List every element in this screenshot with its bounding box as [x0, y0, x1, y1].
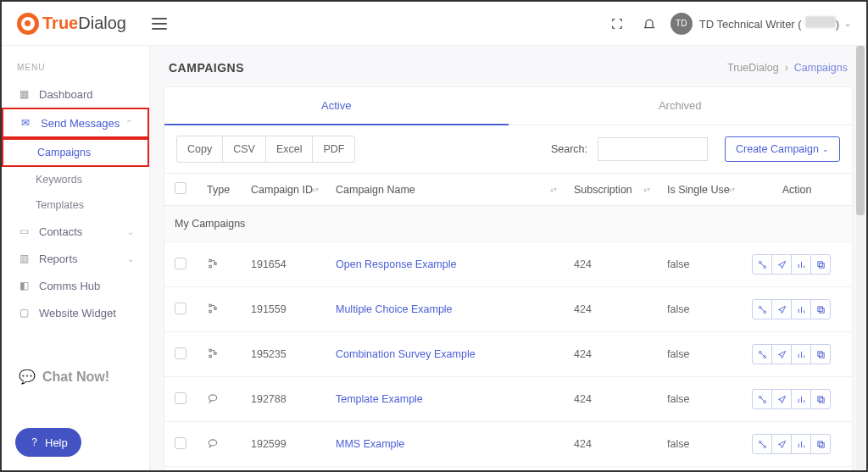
edit-action-icon[interactable]	[752, 389, 772, 409]
sidebar-item-keywords[interactable]: Keywords	[2, 167, 149, 192]
tab-archived[interactable]: Archived	[509, 87, 853, 125]
help-button[interactable]: ？Help	[15, 428, 81, 457]
sidebar-item-label: Contacts	[39, 225, 82, 238]
table-row: 192788Template Example424false	[164, 377, 852, 422]
sidebar-item-label: Comms Hub	[39, 280, 100, 292]
sort-icon: ▴▾	[728, 187, 735, 192]
sidebar-item-label: Templates	[36, 199, 84, 211]
subscription-value: 424	[564, 242, 657, 287]
row-checkbox[interactable]	[175, 392, 186, 404]
column-subscription[interactable]: Subscription▴▾	[564, 174, 657, 206]
row-checkbox[interactable]	[175, 347, 186, 359]
sidebar-item-label: Website Widget	[39, 307, 116, 319]
edit-action-icon[interactable]	[752, 299, 772, 319]
sidebar-item-dashboard[interactable]: ▦ Dashboard	[2, 81, 149, 108]
sidebar-item-templates[interactable]: Templates	[2, 192, 149, 218]
chat-now-button[interactable]: 💬 Chat Now!	[2, 360, 149, 393]
stats-action-icon[interactable]	[791, 344, 811, 364]
sidebar-item-campaigns[interactable]: Campaigns	[2, 138, 149, 167]
copy-action-icon[interactable]	[810, 389, 831, 409]
edit-action-icon[interactable]	[752, 434, 772, 454]
chevron-down-icon: ⌄	[127, 227, 134, 236]
sidebar-item-contacts[interactable]: ▭ Contacts ⌄	[2, 218, 149, 245]
campaign-type-icon	[207, 258, 219, 272]
column-single-use[interactable]: Is Single Use▴▾	[657, 174, 742, 206]
sidebar-item-website-widget[interactable]: ▢ Website Widget	[2, 299, 149, 326]
sort-icon: ▴▾	[312, 187, 319, 192]
copy-action-icon[interactable]	[810, 254, 831, 275]
table-row: 191559Multiple Choice Example424false	[164, 287, 852, 332]
row-checkbox[interactable]	[175, 258, 186, 269]
export-csv-button[interactable]: CSV	[222, 136, 266, 163]
sidebar-item-label: Keywords	[36, 174, 82, 186]
user-menu-caret-icon[interactable]: ⌄	[844, 19, 851, 28]
export-copy-button[interactable]: Copy	[176, 136, 223, 163]
single-use-value: false	[657, 422, 742, 467]
contacts-icon: ▭	[17, 225, 31, 238]
column-action: Action	[742, 174, 852, 206]
campaign-name-link[interactable]: MMS Example	[336, 438, 404, 450]
copy-action-icon[interactable]	[810, 299, 831, 319]
sidebar-item-comms-hub[interactable]: ◧ Comms Hub	[2, 272, 149, 299]
column-type[interactable]: Type	[197, 174, 241, 206]
sidebar-item-reports[interactable]: ▥ Reports ⌄	[2, 245, 149, 272]
stats-action-icon[interactable]	[791, 389, 811, 409]
table-row: 191654Open Response Example424false	[164, 242, 852, 287]
column-id[interactable]: Campaign ID▴▾	[241, 174, 326, 206]
sort-icon: ▴▾	[550, 187, 557, 192]
sidebar-item-send-messages[interactable]: ✉ Send Messages ⌃	[2, 108, 149, 138]
send-action-icon[interactable]	[771, 299, 792, 319]
row-checkbox[interactable]	[175, 437, 186, 449]
reports-icon: ▥	[17, 252, 31, 265]
sidebar-item-label: Reports	[39, 253, 78, 265]
send-action-icon[interactable]	[771, 344, 792, 364]
copy-action-icon[interactable]	[810, 344, 831, 364]
subscription-value: 424	[564, 422, 657, 467]
edit-action-icon[interactable]	[752, 344, 772, 364]
comms-icon: ◧	[17, 279, 31, 292]
user-avatar[interactable]: TD	[670, 13, 693, 35]
stats-action-icon[interactable]	[791, 434, 811, 454]
campaign-name-link[interactable]: Open Response Example	[336, 258, 456, 270]
notifications-icon[interactable]	[637, 11, 662, 36]
tab-active[interactable]: Active	[164, 87, 509, 125]
create-campaign-button[interactable]: Create Campaign⌄	[725, 136, 840, 162]
app-logo[interactable]: TrueDialog	[17, 13, 126, 35]
breadcrumb: TrueDialog › Campaigns	[727, 62, 848, 74]
campaign-type-icon	[207, 348, 219, 362]
chevron-down-icon: ⌄	[822, 145, 829, 153]
copy-action-icon[interactable]	[810, 434, 831, 454]
svg-rect-7	[817, 306, 822, 311]
fullscreen-icon[interactable]	[604, 11, 630, 36]
user-name[interactable]: TD Technical Writer ()	[699, 16, 839, 31]
table-row: 192599MMS Example424false	[164, 422, 852, 467]
svg-rect-15	[819, 397, 824, 403]
send-action-icon[interactable]	[771, 434, 792, 454]
campaign-name-link[interactable]: Multiple Choice Example	[336, 303, 453, 315]
campaign-name-link[interactable]: Combination Survey Example	[336, 348, 476, 360]
menu-toggle-button[interactable]	[152, 18, 167, 30]
edit-action-icon[interactable]	[752, 254, 772, 275]
logo-text: TrueDialog	[42, 14, 126, 33]
menu-section-label: MENU	[2, 58, 149, 81]
sidebar-item-label: Send Messages	[41, 117, 120, 130]
single-use-value: false	[657, 377, 742, 422]
column-name[interactable]: Campaign Name▴▾	[326, 174, 564, 206]
logo-icon	[17, 13, 39, 35]
stats-action-icon[interactable]	[791, 254, 811, 275]
campaign-name-link[interactable]: Template Example	[336, 393, 423, 405]
stats-action-icon[interactable]	[791, 299, 811, 319]
table-row: 192084Coupon Example424false	[164, 467, 852, 471]
send-action-icon[interactable]	[771, 389, 792, 409]
select-all-checkbox[interactable]	[175, 182, 186, 194]
export-excel-button[interactable]: Excel	[265, 136, 314, 163]
send-action-icon[interactable]	[771, 254, 792, 275]
campaign-type-icon	[207, 438, 219, 452]
row-checkbox[interactable]	[175, 303, 186, 314]
single-use-value: false	[657, 332, 742, 377]
search-input[interactable]	[598, 137, 708, 161]
export-pdf-button[interactable]: PDF	[312, 136, 355, 163]
single-use-value: false	[657, 467, 742, 471]
campaign-id: 191654	[241, 242, 326, 287]
scrollbar-thumb[interactable]	[856, 46, 865, 215]
